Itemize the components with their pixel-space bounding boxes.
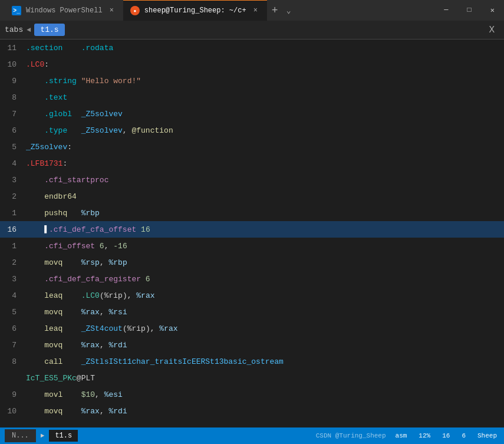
code-line-3: 3 .cfi_startproc <box>0 172 504 188</box>
tabs-bar: tabs ◄ t1.s X <box>0 21 504 40</box>
line-content: .text <box>24 93 504 102</box>
line-number: 3 <box>0 275 24 284</box>
new-tab-button[interactable]: + <box>267 5 283 17</box>
line-number: 9 <box>0 77 24 85</box>
line-content: .LFB1731: <box>24 159 504 168</box>
line-number: 8 <box>0 357 24 366</box>
code-line-7: 7 .globl _Z5solvev <box>0 106 504 122</box>
bottom-zoom: 12% <box>416 432 433 439</box>
line-content: _Z5solvev: <box>24 143 504 152</box>
code-line-1a: 1 pushq %rbp <box>0 205 504 221</box>
close-tab1-button[interactable]: × <box>107 5 116 16</box>
bottom-line: 16 <box>440 432 452 439</box>
line-content: leaq .LC0(%rip), %rax <box>24 291 504 300</box>
tab-ubuntu[interactable]: ● sheep@Turing_Sheep: ~/c+ × <box>123 0 267 21</box>
tab-dropdown-button[interactable]: ⌄ <box>283 6 295 15</box>
line-content: ▌.cfi_def_cfa_offset 16 <box>24 225 504 234</box>
line-content: movq %rsp, %rbp <box>24 258 504 267</box>
line-content: pushq %rbp <box>24 209 504 218</box>
line-content: .type _Z5solvev, @function <box>24 126 504 135</box>
window-controls: — □ ✕ <box>439 4 499 17</box>
ubuntu-icon: ● <box>130 6 140 15</box>
bottom-bar: N... ► t1.s CSDN @Turing_Sheep asm 12% 1… <box>0 427 504 444</box>
tab-powershell[interactable]: >_ Windows PowerShell × <box>5 0 123 21</box>
code-line-8b: 8 call _ZStlsISt11char_traitsIcEERSt13ba… <box>0 353 504 370</box>
line-content: IcT_ES5_PKc@PLT <box>24 374 504 383</box>
code-line-2b: 2 movq %rsp, %rbp <box>0 254 504 271</box>
line-content: endbr64 <box>24 192 504 201</box>
line-number: 4 <box>0 291 24 300</box>
bottom-file-tab[interactable]: t1.s <box>49 430 78 442</box>
line-content: movl $10, %esi <box>24 390 504 399</box>
line-number: 10 <box>0 60 24 69</box>
line-number: 4 <box>0 159 24 168</box>
code-line-16-current: 16 ▌.cfi_def_cfa_offset 16 <box>0 221 504 238</box>
line-content: leaq _ZSt4cout(%rip), %rax <box>24 324 504 333</box>
line-number: 5 <box>0 308 24 317</box>
code-line-1b: 1 .cfi_offset 6, -16 <box>0 238 504 254</box>
code-editor: 11 .section .rodata 10 .LC0: 9 .string "… <box>0 40 504 427</box>
code-line-9: 9 .string "Hello word!" <box>0 73 504 89</box>
minimize-button[interactable]: — <box>439 4 453 17</box>
bottom-asm: asm <box>393 432 410 439</box>
line-content: call _ZStlsISt11char_traitsIcEERSt13basi… <box>24 357 504 366</box>
line-number: 7 <box>0 341 24 350</box>
line-content: movq %rax, %rsi <box>24 308 504 317</box>
csdn-label: CSDN @Turing_Sheep <box>316 432 386 439</box>
line-number: 10 <box>0 407 24 416</box>
code-line-8: 8 .text <box>0 89 504 106</box>
code-line-5b: 5 movq %rax, %rsi <box>0 304 504 320</box>
line-number: 1 <box>0 242 24 251</box>
code-line-9b: 9 movl $10, %esi <box>0 386 504 403</box>
line-number: 6 <box>0 324 24 333</box>
line-number: 1 <box>0 209 24 218</box>
code-line-continuation: IcT_ES5_PKc@PLT <box>0 370 504 386</box>
bottom-left: N... ► t1.s <box>5 429 78 442</box>
code-line-11: 11 .section .rodata <box>0 40 504 56</box>
line-number: 2 <box>0 258 24 267</box>
bottom-arrow: ► <box>41 432 45 439</box>
tabs-arrow-left[interactable]: ◄ <box>27 26 31 34</box>
line-number: 7 <box>0 110 24 119</box>
line-content: .section .rodata <box>24 44 504 52</box>
close-tabs-button[interactable]: X <box>484 25 499 35</box>
line-content: .cfi_startproc <box>24 176 504 185</box>
line-content: movq %rax, %rdi <box>24 341 504 350</box>
tab-ubuntu-label: sheep@Turing_Sheep: ~/c+ <box>144 6 246 15</box>
bottom-col: 6 <box>459 432 468 439</box>
bottom-right: CSDN @Turing_Sheep asm 12% 16 6 Sheep <box>316 432 499 439</box>
line-number: 16 <box>0 225 24 234</box>
line-content: .cfi_def_cfa_register 6 <box>24 275 504 284</box>
file-tab-t1s[interactable]: t1.s <box>34 24 64 36</box>
line-content: .LC0: <box>24 60 504 69</box>
code-line-5: 5 _Z5solvev: <box>0 139 504 155</box>
maximize-button[interactable]: □ <box>463 4 476 17</box>
tabs-label: tabs <box>5 25 23 34</box>
line-content: .globl _Z5solvev <box>24 110 504 119</box>
code-line-6: 6 .type _Z5solvev, @function <box>0 122 504 139</box>
line-number: 2 <box>0 192 24 201</box>
code-line-4: 4 .LFB1731: <box>0 155 504 172</box>
line-number: 6 <box>0 126 24 135</box>
line-content: movq %rax, %rdi <box>24 407 504 416</box>
powershell-icon: >_ <box>12 6 21 15</box>
line-content: .string "Hello word!" <box>24 77 504 85</box>
bottom-sheep: Sheep <box>475 432 499 439</box>
code-line-10: 10 .LC0: <box>0 56 504 73</box>
line-number: 9 <box>0 390 24 399</box>
bottom-tab-n[interactable]: N... <box>5 429 36 442</box>
line-number: 5 <box>0 143 24 152</box>
tab-powershell-label: Windows PowerShell <box>26 6 103 15</box>
code-line-6b: 6 leaq _ZSt4cout(%rip), %rax <box>0 320 504 337</box>
line-number: 11 <box>0 44 24 52</box>
code-line-10b: 10 movq %rax, %rdi <box>0 403 504 419</box>
titlebar: >_ Windows PowerShell × ● sheep@Turing_S… <box>0 0 504 21</box>
line-number: 8 <box>0 93 24 102</box>
line-number: 3 <box>0 176 24 185</box>
code-line-3b: 3 .cfi_def_cfa_register 6 <box>0 271 504 287</box>
code-line-2: 2 endbr64 <box>0 188 504 205</box>
code-line-7b: 7 movq %rax, %rdi <box>0 337 504 353</box>
code-line-4b: 4 leaq .LC0(%rip), %rax <box>0 287 504 304</box>
close-tab2-button[interactable]: × <box>251 5 260 16</box>
close-window-button[interactable]: ✕ <box>486 4 499 17</box>
